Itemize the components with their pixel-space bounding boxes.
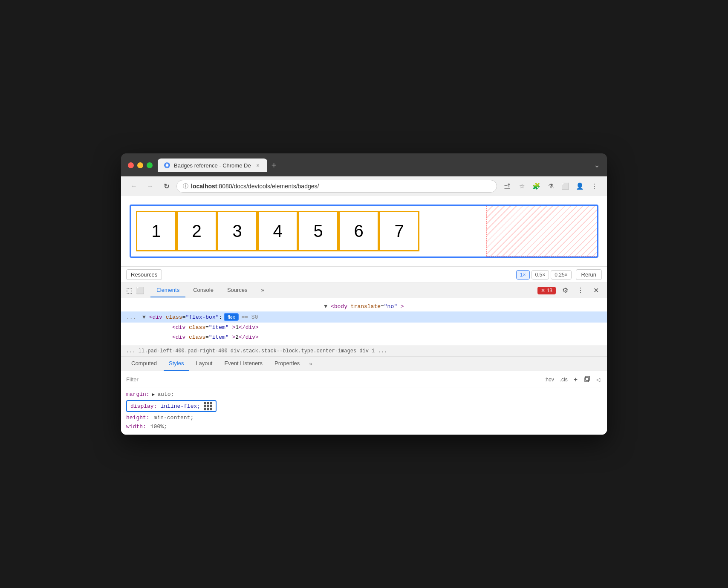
tab-sources[interactable]: Sources: [221, 283, 254, 297]
resources-button[interactable]: Resources: [126, 269, 162, 280]
forward-button[interactable]: →: [144, 180, 156, 192]
css-height-line: height: min-content;: [126, 413, 602, 422]
more-options-icon[interactable]: ⋮: [575, 285, 586, 297]
flex-badge[interactable]: flex: [224, 313, 239, 321]
rerun-button[interactable]: Rerun: [576, 269, 602, 280]
security-icon: ⓘ: [183, 182, 188, 190]
item-line-1[interactable]: <div class="item" >1</div>: [121, 323, 607, 332]
cls-button[interactable]: .cls: [558, 376, 569, 383]
dots-indicator: ...: [121, 314, 142, 320]
flex-item-2: 2: [176, 211, 217, 251]
tab-console[interactable]: Console: [187, 283, 220, 297]
hov-button[interactable]: :hov: [543, 376, 556, 383]
css-width-line: width: 100%;: [126, 422, 602, 431]
margin-arrow[interactable]: ▶: [152, 392, 155, 397]
display-val: inline-flex;: [160, 403, 200, 409]
element-picker-icon[interactable]: ⬚: [126, 286, 133, 294]
menu-button[interactable]: ⋮: [588, 180, 600, 192]
width-prop: width:: [126, 424, 146, 430]
zoom-025x-button[interactable]: 0.25×: [551, 270, 571, 280]
elements-panel: ▼ <body translate="no" > ... ▼ <div clas…: [121, 298, 607, 346]
display-prop: display:: [130, 403, 157, 409]
add-style-button[interactable]: +: [572, 375, 579, 384]
tab-properties[interactable]: Properties: [269, 357, 305, 371]
zoom-1x-button[interactable]: 1×: [516, 270, 530, 280]
body-line[interactable]: ▼ <body translate="no" >: [121, 302, 607, 311]
page-content: 1 2 3 4 5 6 7: [121, 196, 607, 266]
extensions-button[interactable]: 🧩: [530, 180, 542, 192]
devtools-cursor-icons: ⬚ ⬜: [126, 283, 144, 298]
devtools-top-tabs: ⬚ ⬜ Elements Console Sources » ✕ 13 ⚙ ⋮ …: [121, 283, 607, 298]
copy-icon: [584, 375, 590, 382]
minimize-button[interactable]: [137, 162, 143, 168]
filter-bar: Filter :hov .cls + ◁: [126, 375, 602, 387]
flex-item-3: 3: [217, 211, 257, 251]
tab-event-listeners[interactable]: Event Listeners: [219, 357, 268, 371]
error-badge[interactable]: ✕ 13: [537, 287, 556, 294]
div-flex-line[interactable]: ... ▼ <div class="flex-box": flex == $0: [121, 311, 607, 323]
devtools-button[interactable]: ⚗: [545, 180, 557, 192]
styles-panel: Filter :hov .cls + ◁ margin:: [121, 371, 607, 435]
body-close: >: [401, 303, 404, 310]
url-actions: ☆ 🧩 ⚗ ⬜ 👤 ⋮: [501, 180, 600, 192]
item-line-2[interactable]: <div class="item" >2</div>: [121, 332, 607, 342]
flex-item-6: 6: [338, 211, 379, 251]
tab-layout[interactable]: Layout: [191, 357, 217, 371]
bottom-tabs: Computed Styles Layout Event Listeners P…: [121, 357, 607, 371]
equal-zero: == $0: [241, 314, 258, 320]
overflow-indicator: [486, 206, 597, 257]
tab-more[interactable]: »: [255, 283, 270, 297]
filter-label: Filter: [126, 376, 139, 383]
device-mode-icon[interactable]: ⬜: [136, 286, 144, 294]
address-bar: ← → ↻ ⓘ localhost:8080/docs/devtools/ele…: [121, 176, 607, 196]
close-devtools-icon[interactable]: ✕: [590, 285, 602, 297]
maximize-button[interactable]: [147, 162, 153, 168]
split-view-button[interactable]: ⬜: [559, 180, 571, 192]
refresh-button[interactable]: ↻: [160, 180, 172, 192]
url-host: localhost: [191, 183, 217, 190]
height-prop: height:: [126, 415, 150, 421]
copy-styles-button[interactable]: [582, 375, 592, 384]
bookmark-button[interactable]: ☆: [516, 180, 528, 192]
body-attr-name: translate: [351, 303, 381, 310]
grid-display-icon[interactable]: [204, 402, 212, 410]
error-icon: ✕: [541, 288, 545, 294]
browser-tab[interactable]: Badges reference - Chrome De ✕: [158, 159, 267, 172]
display-line-box[interactable]: display: inline-flex;: [126, 400, 217, 412]
flex-item-5: 5: [298, 211, 338, 251]
url-bar[interactable]: ⓘ localhost:8080/docs/devtools/elements/…: [176, 180, 497, 193]
bottom-tabs-more[interactable]: »: [306, 357, 315, 370]
tab-close-button[interactable]: ✕: [254, 162, 261, 169]
browser-window: Badges reference - Chrome De ✕ + ⌄ ← → ↻…: [121, 153, 607, 435]
devtools-panel: ⬚ ⬜ Elements Console Sources » ✕ 13 ⚙ ⋮ …: [121, 282, 607, 435]
div-flex-code: ▼ <div class="flex-box":: [142, 314, 222, 320]
error-count: 13: [547, 288, 552, 294]
tab-title: Badges reference - Chrome De: [174, 162, 251, 169]
width-val: 100%;: [150, 424, 167, 430]
url-text: localhost:8080/docs/devtools/elements/ba…: [191, 183, 491, 190]
devtools-toolbar: Resources 1× 0.5× 0.25× Rerun: [121, 266, 607, 282]
tab-menu-button[interactable]: ⌄: [594, 160, 600, 170]
flex-item-7: 7: [379, 211, 419, 251]
url-path: :8080/docs/devtools/elements/badges/: [217, 183, 319, 190]
tab-computed[interactable]: Computed: [126, 357, 162, 371]
tab-styles[interactable]: Styles: [164, 357, 189, 371]
zoom-05x-button[interactable]: 0.5×: [532, 270, 549, 280]
share-button[interactable]: [501, 180, 513, 192]
back-button[interactable]: ←: [128, 180, 140, 192]
svg-point-1: [166, 164, 168, 167]
css-margin-line: margin: ▶ auto;: [126, 390, 602, 399]
close-button[interactable]: [128, 162, 134, 168]
chrome-icon: [164, 162, 170, 169]
tab-elements[interactable]: Elements: [150, 283, 185, 297]
new-tab-button[interactable]: +: [268, 159, 280, 171]
height-val: min-content;: [154, 415, 194, 421]
breadcrumb-text[interactable]: ... ll.pad-left-400.pad-right-400 div.st…: [126, 348, 387, 354]
window-controls: [128, 162, 153, 168]
toggle-sidebar-button[interactable]: ◁: [595, 376, 602, 383]
devtools-controls: ✕ 13 ⚙ ⋮ ✕: [537, 285, 602, 297]
profile-button[interactable]: 👤: [574, 180, 586, 192]
body-attr-val: "no": [384, 303, 397, 310]
settings-icon[interactable]: ⚙: [559, 285, 571, 297]
margin-val: auto;: [157, 391, 174, 398]
